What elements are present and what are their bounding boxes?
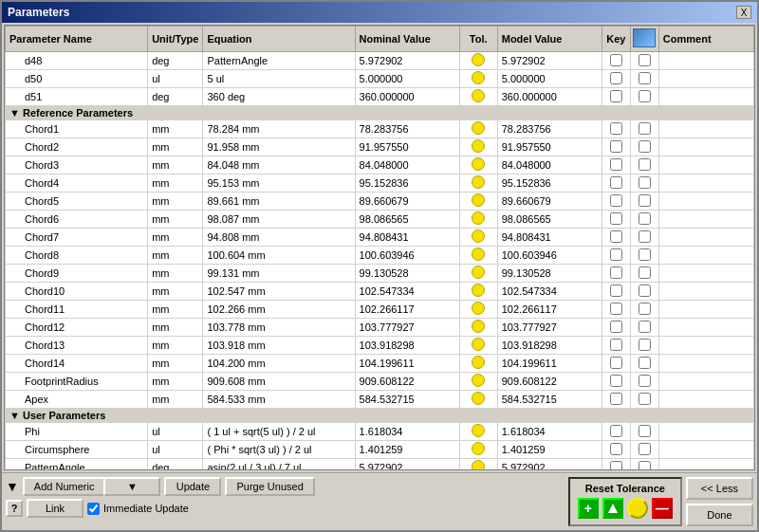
tol-minus-button[interactable]: —	[652, 498, 673, 519]
img-checkbox[interactable]	[639, 230, 651, 243]
param-img-cell[interactable]	[630, 355, 658, 373]
key-checkbox[interactable]	[610, 303, 622, 315]
key-checkbox[interactable]	[610, 461, 622, 471]
img-checkbox[interactable]	[639, 339, 651, 351]
key-checkbox[interactable]	[610, 140, 622, 153]
parameters-table-container[interactable]: Parameter Name Unit/Type Equation Nomina…	[4, 25, 755, 470]
table-row[interactable]: Chord10mm102.547 mm102.547334102.547334	[6, 283, 754, 301]
table-row[interactable]: d51deg360 deg360.000000360.000000	[6, 88, 754, 106]
close-button[interactable]: X	[736, 6, 751, 19]
key-checkbox[interactable]	[610, 266, 622, 279]
img-checkbox[interactable]	[639, 375, 651, 387]
img-checkbox[interactable]	[639, 284, 651, 297]
param-img-cell[interactable]	[630, 211, 658, 229]
param-key-cell[interactable]	[602, 423, 630, 441]
table-row[interactable]: Phiul( 1 ul + sqrt(5 ul) ) / 2 ul1.61803…	[6, 423, 754, 441]
key-checkbox[interactable]	[610, 425, 622, 437]
key-checkbox[interactable]	[610, 443, 622, 455]
param-img-cell[interactable]	[630, 459, 658, 471]
table-row[interactable]: Chord4mm95.153 mm95.15283695.152836	[6, 174, 754, 193]
param-key-cell[interactable]	[602, 283, 630, 301]
param-key-cell[interactable]	[602, 373, 630, 391]
table-row[interactable]: d48degPatternAngle5.9729025.972902	[6, 52, 754, 70]
img-checkbox[interactable]	[639, 90, 651, 102]
table-row[interactable]: Circumsphereul( Phi * sqrt(3 ul) ) / 2 u…	[6, 441, 754, 459]
param-key-cell[interactable]	[602, 52, 630, 70]
key-checkbox[interactable]	[610, 284, 622, 297]
param-img-cell[interactable]	[630, 337, 658, 355]
param-key-cell[interactable]	[602, 247, 630, 265]
param-key-cell[interactable]	[602, 174, 630, 193]
param-key-cell[interactable]	[602, 391, 630, 409]
param-img-cell[interactable]	[630, 319, 658, 337]
help-button[interactable]: ?	[6, 500, 23, 517]
param-key-cell[interactable]	[602, 70, 630, 88]
img-checkbox[interactable]	[639, 461, 651, 471]
link-button[interactable]: Link	[27, 499, 83, 518]
param-img-cell[interactable]	[630, 52, 658, 70]
param-key-cell[interactable]	[602, 355, 630, 373]
param-img-cell[interactable]	[630, 283, 658, 301]
key-checkbox[interactable]	[610, 248, 622, 261]
img-checkbox[interactable]	[639, 266, 651, 279]
param-key-cell[interactable]	[602, 120, 630, 138]
param-key-cell[interactable]	[602, 265, 630, 283]
param-key-cell[interactable]	[602, 301, 630, 319]
param-key-cell[interactable]	[602, 156, 630, 174]
add-numeric-arrow[interactable]: ▼	[103, 477, 160, 496]
key-checkbox[interactable]	[610, 158, 622, 171]
param-key-cell[interactable]	[602, 138, 630, 156]
param-img-cell[interactable]	[630, 301, 658, 319]
img-checkbox[interactable]	[639, 393, 651, 405]
table-row[interactable]: Chord6mm98.087 mm98.08656598.086565	[6, 211, 754, 229]
img-checkbox[interactable]	[639, 122, 651, 135]
key-checkbox[interactable]	[610, 230, 622, 243]
table-row[interactable]: Chord2mm91.958 mm91.95755091.957550	[6, 138, 754, 156]
filter-icon[interactable]: ▼	[6, 479, 19, 494]
param-img-cell[interactable]	[630, 88, 658, 106]
img-checkbox[interactable]	[639, 158, 651, 171]
key-checkbox[interactable]	[610, 375, 622, 387]
key-checkbox[interactable]	[610, 122, 622, 135]
param-key-cell[interactable]	[602, 319, 630, 337]
img-checkbox[interactable]	[639, 357, 651, 369]
img-checkbox[interactable]	[639, 248, 651, 261]
img-checkbox[interactable]	[639, 194, 651, 207]
table-row[interactable]: Chord14mm104.200 mm104.199611104.199611	[6, 355, 754, 373]
img-checkbox[interactable]	[639, 140, 651, 153]
img-checkbox[interactable]	[639, 425, 651, 437]
param-img-cell[interactable]	[630, 373, 658, 391]
img-checkbox[interactable]	[639, 212, 651, 225]
param-img-cell[interactable]	[630, 441, 658, 459]
table-row[interactable]: PatternAngledegasin(2 ul / 3 ul) / 7 ul5…	[6, 459, 754, 471]
param-key-cell[interactable]	[602, 211, 630, 229]
table-row[interactable]: Chord13mm103.918 mm103.918298103.918298	[6, 337, 754, 355]
param-key-cell[interactable]	[602, 193, 630, 211]
key-checkbox[interactable]	[610, 321, 622, 333]
key-checkbox[interactable]	[610, 339, 622, 351]
table-row[interactable]: Chord8mm100.604 mm100.603946100.603946	[6, 247, 754, 265]
table-row[interactable]: Chord5mm89.661 mm89.66067989.660679	[6, 193, 754, 211]
key-checkbox[interactable]	[610, 54, 622, 66]
immediate-update-checkbox[interactable]	[87, 503, 100, 515]
less-button[interactable]: << Less	[686, 477, 753, 500]
table-row[interactable]: Chord11mm102.266 mm102.266117102.266117	[6, 301, 754, 319]
tol-triangle-button[interactable]	[602, 498, 623, 519]
key-checkbox[interactable]	[610, 176, 622, 189]
param-key-cell[interactable]	[602, 441, 630, 459]
update-button[interactable]: Update	[164, 477, 221, 496]
table-row[interactable]: FootprintRadiusmm909.608 mm909.608122909…	[6, 373, 754, 391]
param-img-cell[interactable]	[630, 156, 658, 174]
param-key-cell[interactable]	[602, 337, 630, 355]
table-row[interactable]: Chord7mm94.808 mm94.80843194.808431	[6, 229, 754, 247]
table-row[interactable]: d50ul5 ul5.0000005.000000	[6, 70, 754, 88]
param-key-cell[interactable]	[602, 229, 630, 247]
key-checkbox[interactable]	[610, 212, 622, 225]
param-img-cell[interactable]	[630, 423, 658, 441]
tol-plus-button[interactable]: +	[578, 498, 599, 519]
param-img-cell[interactable]	[630, 247, 658, 265]
table-row[interactable]: Chord9mm99.131 mm99.13052899.130528	[6, 265, 754, 283]
img-checkbox[interactable]	[639, 176, 651, 189]
tol-circle-button[interactable]	[627, 498, 648, 519]
table-row[interactable]: Chord1mm78.284 mm78.28375678.283756	[6, 120, 754, 138]
